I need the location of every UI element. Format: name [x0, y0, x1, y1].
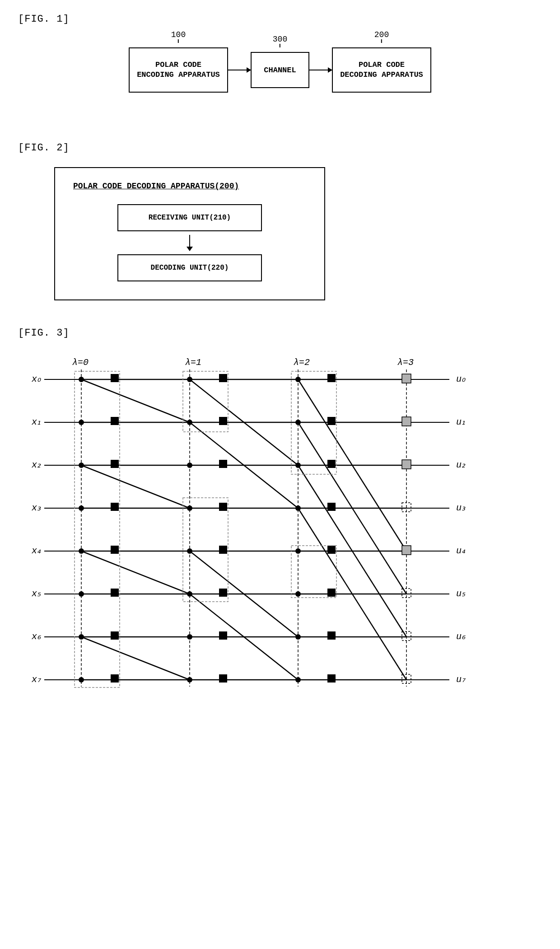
u7-label: u₇: [456, 674, 466, 685]
node-s1-r6: [219, 631, 227, 640]
x4-label: x₄: [31, 546, 41, 556]
encoder-text: POLAR CODEENCODING APPARATUS: [137, 60, 220, 80]
fig2-outer-box: POLAR CODE DECODING APPARATUS(200) RECEI…: [54, 167, 325, 300]
u5-label: u₅: [456, 589, 466, 599]
encoder-block: POLAR CODEENCODING APPARATUS: [129, 47, 228, 93]
channel-block: CHANNEL: [251, 52, 309, 88]
node-c2-r6: [295, 634, 301, 640]
node-s1-r5: [219, 589, 227, 597]
b2-d0: [81, 551, 190, 594]
u4-label: u₄: [456, 546, 466, 556]
node-s1-r4: [219, 546, 227, 554]
x7-label: x₇: [31, 674, 42, 685]
fig3-diagram: λ=0 λ=1 λ=2 λ=3 x₀ x₁ x₂ x₃ x₄ x₅ x₆ x₇ …: [23, 352, 537, 723]
node-s2-r7: [327, 674, 336, 683]
b0-d0: [81, 379, 190, 422]
node-c2-r7: [295, 677, 301, 683]
x6-label: x₆: [31, 631, 41, 642]
encoder-id-label: 100: [171, 30, 186, 39]
page-container: [FIG. 1] 100 POLAR CODEENCODING APPARATU…: [0, 0, 560, 949]
x3-label: x₃: [31, 503, 41, 513]
fig2-arrow: [189, 235, 190, 251]
channel-id-label: 300: [273, 35, 287, 44]
fig2-label: [FIG. 2]: [18, 142, 542, 154]
node-c0-r2: [79, 463, 84, 468]
node-c0-r7: [79, 677, 84, 683]
b1-d0: [81, 465, 190, 508]
node-s2-r5: [327, 589, 336, 597]
u3-label: u₃: [456, 503, 466, 513]
x5-label: x₅: [31, 589, 41, 599]
node-s2-r4: [327, 546, 336, 554]
u0-label: u₀: [456, 374, 466, 384]
fig2-title: POLAR CODE DECODING APPARATUS(200): [73, 182, 306, 191]
node-s1-r7: [219, 674, 227, 683]
node-s2-r6: [327, 631, 336, 640]
node-s2-r2: [327, 460, 336, 468]
node-u4-shaded: [402, 546, 411, 555]
node-c1-r3: [187, 505, 192, 511]
decoder-block: POLAR CODEDECODING APPARATUS: [332, 47, 431, 93]
node-s0-r1: [111, 417, 119, 425]
node-s1-r3: [219, 503, 227, 511]
fig2-section: [FIG. 2] POLAR CODE DECODING APPARATUS(2…: [18, 142, 542, 300]
connector-2: [309, 70, 332, 70]
node-c1-r1: [187, 420, 192, 425]
fig1-diagram: 100 POLAR CODEENCODING APPARATUS 300 CHA…: [18, 38, 542, 111]
node-c0-r6: [79, 634, 84, 640]
node-u2-shaded: [402, 460, 411, 469]
channel-text: CHANNEL: [264, 66, 296, 75]
lambda3-label: λ=3: [397, 357, 414, 368]
node-c1-r5: [187, 591, 192, 597]
node-u0-shaded: [402, 374, 411, 383]
node-s0-r3: [111, 503, 119, 511]
fig1-label: [FIG. 1]: [18, 14, 542, 25]
node-s0-r4: [111, 546, 119, 554]
node-s1-r2: [219, 460, 227, 468]
node-s2-r1: [327, 417, 336, 425]
x1-label: x₁: [31, 417, 41, 427]
receiving-unit-box: RECEIVING UNIT(210): [117, 204, 262, 231]
lambda1-label: λ=1: [185, 357, 201, 368]
u2-label: u₂: [456, 460, 466, 470]
node-s2-r0: [327, 374, 336, 382]
node-c1-r7: [187, 677, 192, 683]
fig3-section: [FIG. 3] λ=0 λ=1 λ=2 λ=3 x₀ x₁ x₂ x₃ x₄ …: [18, 327, 542, 723]
node-s0-r6: [111, 631, 119, 640]
fig3-label: [FIG. 3]: [18, 327, 542, 339]
node-s0-r0: [111, 374, 119, 382]
node-s1-r1: [219, 417, 227, 425]
connector-1: [228, 70, 251, 70]
node-c1-r0: [187, 377, 192, 382]
decoder-id-label: 200: [374, 30, 389, 39]
node-c2-r5: [295, 591, 301, 597]
u6-label: u₆: [456, 631, 466, 642]
b3-d0: [81, 637, 190, 680]
node-c2-r3: [295, 505, 301, 511]
node-c0-r4: [79, 548, 84, 554]
node-c0-r0: [79, 377, 84, 382]
node-c0-r5: [79, 591, 84, 597]
node-c2-r4: [295, 548, 301, 554]
lambda2-label: λ=2: [294, 357, 310, 368]
node-c2-r2: [295, 463, 301, 468]
node-c2-r0: [295, 377, 301, 382]
decoding-unit-box: DECODING UNIT(220): [117, 254, 262, 281]
x0-label: x₀: [31, 374, 41, 384]
node-s2-r3: [327, 503, 336, 511]
node-c1-r4: [187, 548, 192, 554]
node-u1-shaded: [402, 417, 411, 426]
node-s0-r2: [111, 460, 119, 468]
node-c0-r1: [79, 420, 84, 425]
lambda0-label: λ=0: [72, 357, 89, 368]
decoder-text: POLAR CODEDECODING APPARATUS: [340, 60, 423, 80]
node-c2-r1: [295, 420, 301, 425]
node-c1-r2: [187, 463, 192, 468]
u1-label: u₁: [456, 417, 465, 427]
node-c0-r3: [79, 505, 84, 511]
node-s0-r5: [111, 589, 119, 597]
node-s1-r0: [219, 374, 227, 382]
fig1-section: [FIG. 1] 100 POLAR CODEENCODING APPARATU…: [18, 14, 542, 111]
node-s0-r7: [111, 674, 119, 683]
x2-label: x₂: [31, 460, 41, 470]
